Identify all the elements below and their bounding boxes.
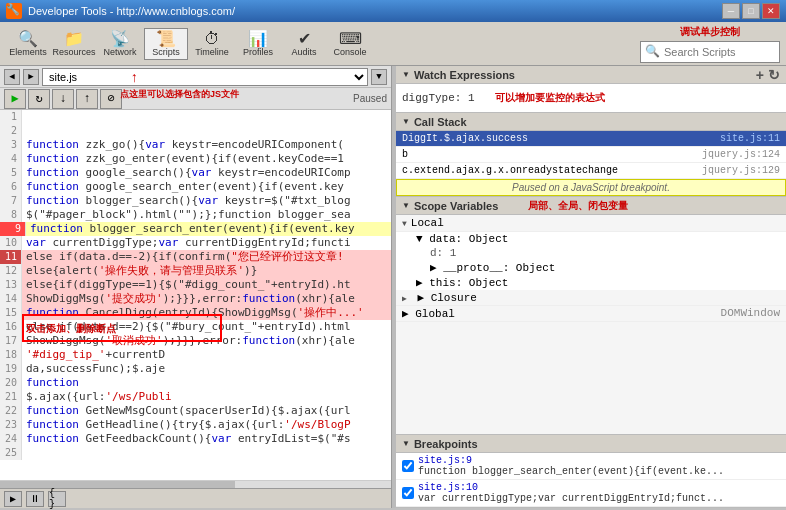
- breakpoint-item-0[interactable]: site.js:9 function blogger_search_enter(…: [396, 453, 786, 480]
- file-dropdown-button[interactable]: ▼: [371, 69, 387, 85]
- global-label: ▶ Global: [402, 307, 455, 320]
- profiles-tab[interactable]: 📊 Profiles: [236, 28, 280, 60]
- console-tab[interactable]: ⌨ Console: [328, 28, 372, 60]
- step-out-button[interactable]: ↑: [76, 89, 98, 109]
- elements-label: Elements: [9, 47, 47, 57]
- breakpoint-checkbox-1[interactable]: [402, 487, 414, 499]
- code-line-5: 5 function google_search(){var keystr=en…: [0, 166, 391, 180]
- local-triangle-icon: ▼: [402, 219, 407, 228]
- network-icon: 📡: [110, 31, 130, 47]
- scope-variables-header[interactable]: ▼ Scope Variables 局部、全局、闭包变量: [396, 197, 786, 215]
- code-line-9[interactable]: 9 function blogger_search_enter(event){i…: [0, 222, 391, 236]
- file-annotation: 点这里可以选择包含的JS文件: [120, 88, 239, 101]
- code-panel: ◀ ▶ site.js ▼ 点这里可以选择包含的JS文件 ↑ ▶ ↻ ↓ ↑ ⊘: [0, 66, 392, 508]
- elements-icon: 🔍: [18, 31, 38, 47]
- scope-local-header[interactable]: ▼ Local: [396, 215, 786, 232]
- code-line-4: 4 function zzk_go_enter(event){if(event.…: [0, 152, 391, 166]
- annotation-arrow: ↑: [130, 70, 138, 86]
- network-label: Network: [103, 47, 136, 57]
- code-forward-button[interactable]: ▶: [23, 69, 39, 85]
- step-over-button[interactable]: ↻: [28, 89, 50, 109]
- scope-closure-header[interactable]: ▶ ▶ Closure: [396, 290, 786, 306]
- scope-proto[interactable]: ▶ __proto__: Object: [396, 260, 786, 275]
- call-stack-item-0[interactable]: DiggIt.$.ajax.success site.js:11: [396, 131, 786, 147]
- code-line-19: 19 da,successFunc);$.aje: [0, 362, 391, 376]
- window-title: Developer Tools - http://www.cnblogs.com…: [28, 5, 722, 17]
- bottom-btn-2[interactable]: ⏸: [26, 491, 44, 507]
- code-back-button[interactable]: ◀: [4, 69, 20, 85]
- watch-refresh-icon[interactable]: ↻: [768, 67, 780, 83]
- right-panel: ▼ Watch Expressions + ↻ diggType: 1 可以增加…: [396, 66, 786, 508]
- code-line-8: 8 $("#pager_block").html("");};function …: [0, 208, 391, 222]
- code-line-18: 18 '#digg_tip_'+currentD: [0, 348, 391, 362]
- network-tab[interactable]: 📡 Network: [98, 28, 142, 60]
- breakpoint-item-1[interactable]: site.js:10 var currentDiggType;var curre…: [396, 480, 786, 507]
- code-line-17: 17 ShowDiggMsg('取消成功');}}},error:functio…: [0, 334, 391, 348]
- scope-data-object[interactable]: ▼ data: Object: [396, 232, 786, 246]
- search-scripts-input[interactable]: [664, 46, 775, 58]
- watch-expressions-header[interactable]: ▼ Watch Expressions + ↻: [396, 66, 786, 84]
- file-selector[interactable]: site.js: [42, 68, 368, 86]
- scope-triangle-icon: ▼: [402, 201, 410, 210]
- window-controls: ─ □ ✕: [722, 3, 780, 19]
- scope-d-value: d: 1: [396, 246, 786, 260]
- scripts-tab[interactable]: 📜 Scripts: [144, 28, 188, 60]
- watch-item: diggType: 1: [402, 92, 475, 104]
- closure-label: ▶ Closure: [417, 292, 476, 304]
- app-icon: 🔧: [6, 3, 22, 19]
- code-line-1: 1: [0, 110, 391, 124]
- code-line-21: 21 $.ajax({url:'/ws/Publi: [0, 390, 391, 404]
- watch-header-label: Watch Expressions: [414, 69, 515, 81]
- audits-tab[interactable]: ✔ Audits: [282, 28, 326, 60]
- minimize-button[interactable]: ─: [722, 3, 740, 19]
- paused-label: Paused: [353, 93, 387, 104]
- code-line-3: 3 function zzk_go(){var keystr=encodeURI…: [0, 138, 391, 152]
- code-line-14: 14 ShowDiggMsg('提交成功');}}},error:functio…: [0, 292, 391, 306]
- watch-triangle-icon: ▼: [402, 70, 410, 79]
- code-line-7: 7 function blogger_search(){var keystr=$…: [0, 194, 391, 208]
- code-line-10: 10 var currentDiggType;var currentDiggEn…: [0, 236, 391, 250]
- timeline-tab[interactable]: ⏱ Timeline: [190, 28, 234, 60]
- step-into-button[interactable]: ↓: [52, 89, 74, 109]
- call-stack-func-2: c.extend.ajax.g.x.onreadystatechange: [402, 165, 618, 176]
- breakpoints-triangle-icon: ▼: [402, 439, 410, 448]
- call-stack-func-0: DiggIt.$.ajax.success: [402, 133, 528, 144]
- code-line-11: 11 else if(data.d==-2){if(confirm("您已经评价…: [0, 250, 391, 264]
- profiles-icon: 📊: [248, 31, 268, 47]
- breakpoint-code-1: var currentDiggType;var currentDiggEntry…: [418, 493, 724, 504]
- watch-add-icon[interactable]: +: [756, 67, 764, 83]
- elements-tab[interactable]: 🔍 Elements: [6, 28, 50, 60]
- closure-triangle-icon: ▶: [402, 294, 407, 303]
- code-line-6: 6 function google_search_enter(event){if…: [0, 180, 391, 194]
- data-object-label: ▼ data: Object: [416, 233, 508, 245]
- audits-icon: ✔: [298, 31, 311, 47]
- call-stack-func-1: b: [402, 149, 408, 160]
- call-stack-item-1[interactable]: b jquery.js:124: [396, 147, 786, 163]
- global-value: DOMWindow: [721, 307, 780, 320]
- resources-icon: 📁: [64, 31, 84, 47]
- code-editor[interactable]: 1 2 3 function zzk_go(){var keystr=encod…: [0, 110, 391, 480]
- code-line-12: 12 else{alert('操作失败，请与管理员联系')}: [0, 264, 391, 278]
- call-stack-item-2[interactable]: c.extend.ajax.g.x.onreadystatechange jqu…: [396, 163, 786, 179]
- code-line-16: 16 else if(data.d==2){$("#bury_count_"+e…: [0, 320, 391, 334]
- bottom-btn-3[interactable]: { }: [48, 491, 66, 507]
- deactivate-button[interactable]: ⊘: [100, 89, 122, 109]
- breakpoints-content: site.js:9 function blogger_search_enter(…: [396, 453, 786, 507]
- code-line-25: 25: [0, 446, 391, 460]
- maximize-button[interactable]: □: [742, 3, 760, 19]
- scope-this[interactable]: ▶ this: Object: [396, 275, 786, 290]
- breakpoint-checkbox-0[interactable]: [402, 460, 414, 472]
- close-button[interactable]: ✕: [762, 3, 780, 19]
- call-stack-triangle-icon: ▼: [402, 117, 410, 126]
- call-stack-label: Call Stack: [414, 116, 467, 128]
- resources-tab[interactable]: 📁 Resources: [52, 28, 96, 60]
- watch-content: diggType: 1 可以增加要监控的表达式: [396, 84, 786, 112]
- bottom-btn-1[interactable]: ▶: [4, 491, 22, 507]
- breakpoints-label: Breakpoints: [414, 438, 478, 450]
- play-button[interactable]: ▶: [4, 89, 26, 109]
- code-line-13: 13 else{if(diggType==1){$("#digg_count_"…: [0, 278, 391, 292]
- scope-global-header[interactable]: ▶ Global DOMWindow: [396, 306, 786, 322]
- breakpoints-header[interactable]: ▼ Breakpoints: [396, 435, 786, 453]
- timeline-label: Timeline: [195, 47, 229, 57]
- call-stack-header[interactable]: ▼ Call Stack: [396, 113, 786, 131]
